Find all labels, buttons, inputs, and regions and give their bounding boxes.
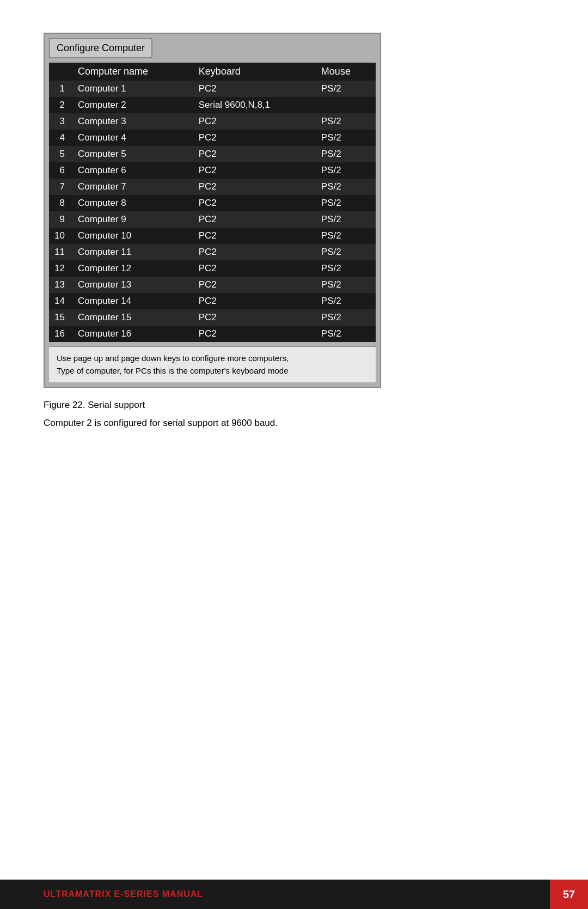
cell-keyboard: PC2 (193, 130, 316, 146)
cell-computer-name: Computer 15 (72, 309, 193, 326)
table-row: 3Computer 3PC2PS/2 (49, 113, 376, 130)
col-header-mouse: Mouse (316, 63, 376, 81)
table-row: 6Computer 6PC2PS/2 (49, 162, 376, 179)
table-header-row: Computer name Keyboard Mouse (49, 63, 376, 81)
cell-computer-name: Computer 3 (72, 113, 193, 130)
cell-computer-name: Computer 4 (72, 130, 193, 146)
cell-computer-name: Computer 11 (72, 244, 193, 260)
cell-computer-name: Computer 2 (72, 97, 193, 113)
cell-row-num: 6 (49, 162, 72, 179)
table-body: 1Computer 1PC2PS/22Computer 2Serial 9600… (49, 81, 376, 342)
col-header-name: Computer name (72, 63, 193, 81)
cell-computer-name: Computer 5 (72, 146, 193, 162)
page-content: Configure Computer Computer name Keyboar… (0, 0, 588, 430)
cell-row-num: 2 (49, 97, 72, 113)
footer-manual-title: ULTRAMATRIX E-SERIES MANUAL (44, 889, 203, 899)
cell-mouse: PS/2 (316, 309, 376, 326)
footer-page-number: 57 (550, 880, 588, 909)
cell-mouse: PS/2 (316, 326, 376, 342)
cell-computer-name: Computer 8 (72, 195, 193, 211)
col-header-num (49, 63, 72, 81)
cell-computer-name: Computer 6 (72, 162, 193, 179)
cell-keyboard: PC2 (193, 277, 316, 293)
cell-row-num: 16 (49, 326, 72, 342)
cell-mouse: PS/2 (316, 293, 376, 309)
hint-box: Use page up and page down keys to config… (49, 346, 376, 382)
cell-computer-name: Computer 10 (72, 228, 193, 244)
cell-computer-name: Computer 13 (72, 277, 193, 293)
hint-line2: Type of computer, for PCs this is the co… (57, 366, 289, 375)
cell-keyboard: PC2 (193, 162, 316, 179)
cell-keyboard: PC2 (193, 326, 316, 342)
cell-computer-name: Computer 14 (72, 293, 193, 309)
cell-keyboard: PC2 (193, 293, 316, 309)
cell-row-num: 9 (49, 211, 72, 228)
table-row: 2Computer 2Serial 9600,N,8,1 (49, 97, 376, 113)
table-row: 13Computer 13PC2PS/2 (49, 277, 376, 293)
page-footer: ULTRAMATRIX E-SERIES MANUAL 57 (0, 880, 588, 909)
table-row: 16Computer 16PC2PS/2 (49, 326, 376, 342)
cell-mouse: PS/2 (316, 244, 376, 260)
cell-mouse: PS/2 (316, 162, 376, 179)
figure-caption: Figure 22. Serial support (44, 400, 544, 411)
cell-row-num: 3 (49, 113, 72, 130)
table-row: 12Computer 12PC2PS/2 (49, 260, 376, 277)
cell-keyboard: PC2 (193, 113, 316, 130)
description-text: Computer 2 is configured for serial supp… (44, 416, 544, 430)
cell-keyboard: PC2 (193, 179, 316, 195)
table-row: 7Computer 7PC2PS/2 (49, 179, 376, 195)
cell-keyboard: PC2 (193, 260, 316, 277)
table-row: 4Computer 4PC2PS/2 (49, 130, 376, 146)
cell-keyboard: PC2 (193, 146, 316, 162)
cell-row-num: 1 (49, 81, 72, 97)
table-row: 1Computer 1PC2PS/2 (49, 81, 376, 97)
cell-computer-name: Computer 16 (72, 326, 193, 342)
cell-keyboard: PC2 (193, 309, 316, 326)
cell-mouse (316, 97, 376, 113)
cell-mouse: PS/2 (316, 179, 376, 195)
hint-line1: Use page up and page down keys to config… (57, 353, 289, 363)
cell-mouse: PS/2 (316, 146, 376, 162)
configure-computer-dialog: Configure Computer Computer name Keyboar… (44, 33, 381, 388)
dialog-title: Configure Computer (49, 38, 152, 58)
cell-computer-name: Computer 12 (72, 260, 193, 277)
cell-row-num: 8 (49, 195, 72, 211)
table-row: 9Computer 9PC2PS/2 (49, 211, 376, 228)
table-row: 5Computer 5PC2PS/2 (49, 146, 376, 162)
table-wrapper: Computer name Keyboard Mouse 1Computer 1… (49, 63, 376, 342)
cell-row-num: 5 (49, 146, 72, 162)
table-row: 8Computer 8PC2PS/2 (49, 195, 376, 211)
cell-keyboard: PC2 (193, 228, 316, 244)
cell-row-num: 13 (49, 277, 72, 293)
cell-row-num: 11 (49, 244, 72, 260)
footer-title-bar: ULTRAMATRIX E-SERIES MANUAL (0, 880, 550, 909)
cell-computer-name: Computer 7 (72, 179, 193, 195)
cell-mouse: PS/2 (316, 228, 376, 244)
cell-keyboard: PC2 (193, 244, 316, 260)
cell-keyboard: Serial 9600,N,8,1 (193, 97, 316, 113)
cell-mouse: PS/2 (316, 81, 376, 97)
table-row: 15Computer 15PC2PS/2 (49, 309, 376, 326)
cell-row-num: 7 (49, 179, 72, 195)
table-row: 11Computer 11PC2PS/2 (49, 244, 376, 260)
cell-keyboard: PC2 (193, 195, 316, 211)
cell-row-num: 14 (49, 293, 72, 309)
cell-mouse: PS/2 (316, 195, 376, 211)
cell-row-num: 4 (49, 130, 72, 146)
cell-row-num: 10 (49, 228, 72, 244)
cell-mouse: PS/2 (316, 211, 376, 228)
config-table: Computer name Keyboard Mouse 1Computer 1… (49, 63, 376, 342)
cell-mouse: PS/2 (316, 113, 376, 130)
table-row: 14Computer 14PC2PS/2 (49, 293, 376, 309)
table-row: 10Computer 10PC2PS/2 (49, 228, 376, 244)
cell-mouse: PS/2 (316, 260, 376, 277)
cell-mouse: PS/2 (316, 130, 376, 146)
cell-row-num: 12 (49, 260, 72, 277)
cell-computer-name: Computer 9 (72, 211, 193, 228)
cell-computer-name: Computer 1 (72, 81, 193, 97)
cell-row-num: 15 (49, 309, 72, 326)
cell-mouse: PS/2 (316, 277, 376, 293)
cell-keyboard: PC2 (193, 81, 316, 97)
col-header-keyboard: Keyboard (193, 63, 316, 81)
cell-keyboard: PC2 (193, 211, 316, 228)
